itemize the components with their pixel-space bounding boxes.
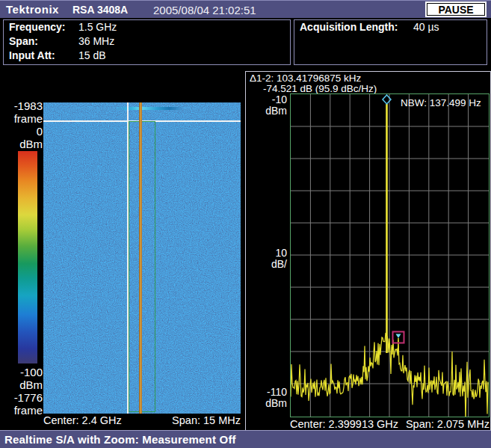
acquisition-length-row: Acquisition Length: 40 µs xyxy=(294,20,487,34)
scale-per-div-label: 10 dB/ xyxy=(247,248,287,269)
model-label: RSA 3408A xyxy=(72,4,128,16)
colorbar-bottom-level: -100 xyxy=(0,366,43,378)
spectrum-graph[interactable]: NBW: 137.499 Hz xyxy=(290,93,490,417)
spectrum-span-label: Span: 2.075 MHz xyxy=(406,418,490,430)
frequency-value: 1.5 GHz xyxy=(78,20,117,34)
spectrum-plot xyxy=(291,94,489,417)
span-label: Span: xyxy=(9,34,78,49)
title-bar: Tektronix RSA 3408A 2005/08/04 21:02:51 … xyxy=(0,0,491,18)
signal-trace-line xyxy=(139,102,142,414)
spectrum-center-label: Center: 2.399913 GHz xyxy=(290,418,398,430)
colorbar-bottom-labels: -100 dBm -1776 frame xyxy=(0,366,43,417)
marker2-triangle-icon xyxy=(396,334,401,339)
spectrum-panel: Δ1-2: 103.41796875 kHz -74.521 dB (95.9 … xyxy=(245,71,491,430)
nbw-readout: NBW: 137.499 Hz xyxy=(401,97,481,108)
graticule-grid xyxy=(291,94,489,417)
brand-logo: Tektronix xyxy=(6,3,59,16)
settings-panel-right: Acquisition Length: 40 µs xyxy=(294,19,487,65)
acquisition-length-value: 40 µs xyxy=(413,20,439,34)
delta-marker-readout-freq: Δ1-2: 103.41796875 kHz xyxy=(250,73,361,84)
colorbar-top-frame: -1983 xyxy=(0,99,43,112)
settings-panel-left: Frequency: 1.5 GHz Span: 36 MHz Input At… xyxy=(3,19,291,65)
colorbar-bottom-frame: -1776 xyxy=(0,391,43,404)
acquisition-length-label: Acquisition Length: xyxy=(300,20,413,34)
spectrogram-footer: Center: 2.4 GHz Span: 15 MHz xyxy=(43,414,241,426)
colorbar-bottom-level-unit: dBm xyxy=(0,378,43,391)
pause-button[interactable]: PAUSE xyxy=(427,3,485,16)
span-row: Span: 36 MHz xyxy=(4,34,290,49)
zoom-region-box xyxy=(129,121,155,412)
delta-marker-readout-level: -74.521 dB (95.9 dBc/Hz) xyxy=(263,83,377,94)
colorbar-top-frame-unit: frame xyxy=(0,112,43,125)
input-att-value: 15 dB xyxy=(78,49,106,63)
span-value: 36 MHz xyxy=(78,34,114,49)
signal-event-streak xyxy=(114,107,183,110)
frequency-label: Frequency: xyxy=(9,20,78,34)
status-text: Realtime S/A with Zoom: Measurement Off xyxy=(0,433,236,446)
spectrogram-span-label: Span: 15 MHz xyxy=(172,414,241,426)
spectrogram-center-label: Center: 2.4 GHz xyxy=(43,414,122,426)
amplitude-colorbar xyxy=(18,151,37,363)
bottom-level-label: -110 dBm xyxy=(247,387,287,408)
input-att-label: Input Att: xyxy=(9,49,78,63)
colorbar-top-level-unit: dBm xyxy=(0,138,43,150)
frequency-row: Frequency: 1.5 GHz xyxy=(4,20,290,34)
ref-level-label: -10 dBm xyxy=(247,94,287,116)
colorbar-top-level: 0 xyxy=(0,125,43,138)
spectrum-footer: Center: 2.399913 GHz Span: 2.075 MHz xyxy=(290,418,490,430)
datetime-label: 2005/08/04 21:02:51 xyxy=(153,4,256,16)
status-bar: Realtime S/A with Zoom: Measurement Off xyxy=(0,430,491,448)
input-att-row: Input Att: 15 dB xyxy=(4,49,290,63)
colorbar-bottom-frame-unit: frame xyxy=(0,404,43,417)
analyzer-screen: Tektronix RSA 3408A 2005/08/04 21:02:51 … xyxy=(0,0,491,448)
colorbar-top-labels: -1983 frame 0 dBm xyxy=(0,99,43,150)
spectrogram-view[interactable] xyxy=(43,102,241,414)
